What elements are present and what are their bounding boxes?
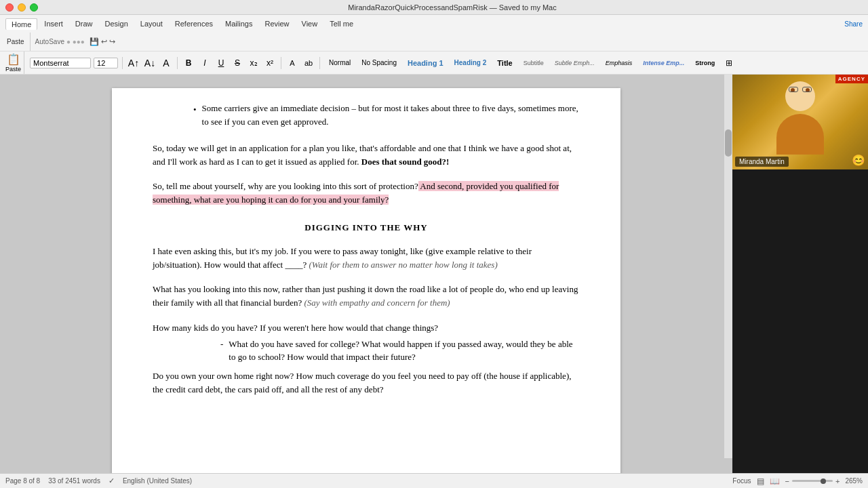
- redo-icon[interactable]: ↪: [109, 37, 115, 46]
- tab-design[interactable]: Design: [100, 18, 134, 29]
- paragraph-2-normal: So, tell me about yourself, why are you …: [153, 181, 418, 191]
- font-name-input[interactable]: [30, 58, 91, 68]
- tab-home[interactable]: Home: [5, 18, 37, 30]
- paste-button[interactable]: Paste: [4, 37, 27, 46]
- paragraph-3: I hate even asking this, but it's my job…: [153, 245, 580, 272]
- style-no-spacing[interactable]: No Spacing: [357, 57, 401, 68]
- paragraph-2: So, tell me about yourself, why are you …: [153, 180, 580, 207]
- tab-tell-me[interactable]: Tell me: [324, 18, 359, 29]
- style-subtle-emph[interactable]: Subtle Emph...: [550, 58, 599, 68]
- styles-expand-button[interactable]: ⊞: [722, 56, 736, 70]
- zoom-level: 265%: [845, 477, 863, 485]
- bullet-section: • Some carriers give an immediate decisi…: [153, 102, 580, 128]
- separator-3: [281, 57, 281, 69]
- subscript-button[interactable]: x₂: [247, 56, 260, 70]
- sub-bullet-dash: -: [220, 338, 223, 364]
- maximize-button[interactable]: [30, 3, 38, 12]
- word-count: 33 of 2451 words: [48, 477, 100, 485]
- autosave-area: AutoSave ● ●●●: [35, 38, 85, 45]
- undo-icon[interactable]: ↩: [101, 37, 107, 46]
- bullet-marker: •: [193, 103, 197, 128]
- autosave-toggle[interactable]: ● ●●●: [66, 38, 85, 45]
- superscript-button[interactable]: x²: [263, 56, 277, 70]
- person-body: [776, 114, 824, 155]
- page-info: Page 8 of 8: [5, 477, 40, 485]
- style-heading1[interactable]: Heading 1: [403, 57, 448, 69]
- video-background: [732, 169, 868, 473]
- scroll-thumb[interactable]: [725, 129, 732, 157]
- style-gallery: Normal No Spacing Heading 1 Heading 2 Ti…: [324, 56, 863, 70]
- document-page: • Some carriers give an immediate decisi…: [112, 88, 620, 473]
- status-right: Focus ▤ 📖 − + 265%: [732, 476, 863, 486]
- paragraph-1-bold: Does that sound good?!: [361, 157, 450, 167]
- separator-1: [122, 57, 123, 69]
- style-title[interactable]: Title: [492, 57, 517, 69]
- tab-view[interactable]: View: [296, 18, 323, 29]
- window-title: MirandaRazorQuickProcessandSpamRisk — Sa…: [42, 3, 863, 12]
- style-subtitle[interactable]: Subtitle: [519, 58, 549, 68]
- bold-button[interactable]: B: [182, 56, 195, 70]
- underline-button[interactable]: U: [214, 56, 228, 70]
- italic-button[interactable]: I: [198, 56, 212, 70]
- ribbon-tabs: Home Insert Draw Design Layout Reference…: [0, 15, 868, 33]
- separator-4: [319, 57, 320, 69]
- zoom-in-icon[interactable]: +: [835, 477, 840, 485]
- paragraph-5-text: How many kids do you have? If you weren'…: [153, 323, 438, 333]
- autosave-label: AutoSave: [35, 38, 64, 45]
- sub-bullet-text: What do you have saved for college? What…: [229, 338, 580, 364]
- tab-layout[interactable]: Layout: [135, 18, 168, 29]
- layout-view-icon[interactable]: ▤: [757, 476, 764, 486]
- minimize-button[interactable]: [18, 3, 26, 12]
- font-color-button[interactable]: A: [285, 56, 299, 70]
- center-heading: DIGGING INTO THE WHY: [153, 221, 580, 235]
- paste-big-button[interactable]: 📋 Paste: [5, 53, 21, 73]
- paragraph-4-note: (Say with empathy and concern for them): [302, 298, 450, 308]
- tab-draw[interactable]: Draw: [70, 18, 98, 29]
- style-normal[interactable]: Normal: [324, 57, 355, 68]
- clipboard-section: 📋 Paste: [5, 52, 24, 74]
- highlight-button[interactable]: ab: [302, 56, 315, 70]
- separator-2: [177, 57, 178, 69]
- paragraph-3-note: (Wait for them to answer no matter how l…: [307, 260, 498, 270]
- increase-font-button[interactable]: A↑: [127, 56, 140, 70]
- strikethrough-button[interactable]: S: [231, 56, 244, 70]
- title-bar: MirandaRazorQuickProcessandSpamRisk — Sa…: [0, 0, 868, 15]
- paragraph-6: Do you own your own home right now? How …: [153, 369, 580, 396]
- document-area: • Some carriers give an immediate decisi…: [0, 75, 732, 473]
- style-heading2[interactable]: Heading 2: [450, 57, 492, 68]
- clear-format-button[interactable]: A: [159, 56, 173, 70]
- share-button[interactable]: Share: [844, 20, 863, 28]
- zoom-control[interactable]: − + 265%: [785, 477, 863, 485]
- sub-bullet: - What do you have saved for college? Wh…: [220, 338, 580, 364]
- paragraph-5: How many kids do you have? If you weren'…: [153, 321, 580, 335]
- tab-references[interactable]: References: [170, 18, 218, 29]
- language-label[interactable]: English (United States): [123, 477, 192, 485]
- tab-mailings[interactable]: Mailings: [220, 18, 258, 29]
- paragraph-4: What has you looking into this now, rath…: [153, 283, 580, 310]
- decrease-font-button[interactable]: A↓: [143, 56, 157, 70]
- close-button[interactable]: [5, 3, 14, 12]
- video-emoji: 😊: [852, 154, 865, 167]
- style-intense-emph[interactable]: Intense Emp...: [638, 58, 689, 68]
- quick-access-toolbar: 💾 ↩ ↪: [90, 37, 115, 46]
- bullet-item-1: • Some carriers give an immediate decisi…: [193, 102, 580, 128]
- font-size-input[interactable]: [94, 58, 118, 68]
- person-head: [785, 81, 815, 111]
- focus-button[interactable]: Focus: [732, 477, 751, 485]
- zoom-slider[interactable]: [792, 480, 833, 482]
- person-figure: [773, 81, 827, 163]
- style-strong[interactable]: Strong: [690, 58, 719, 68]
- video-person-name: Miranda Martin: [735, 157, 789, 167]
- tab-insert[interactable]: Insert: [39, 18, 68, 29]
- read-view-icon[interactable]: 📖: [770, 476, 780, 486]
- tab-review[interactable]: Review: [259, 18, 294, 29]
- paste-section: Paste: [4, 33, 31, 51]
- style-emphasis[interactable]: Emphasis: [601, 58, 637, 68]
- save-icon[interactable]: 💾: [90, 37, 99, 46]
- formatting-bar: 📋 Paste A↑ A↓ A B I U S x₂ x² A ab Norma…: [0, 52, 868, 75]
- zoom-out-icon[interactable]: −: [785, 477, 789, 485]
- document-scrollbar[interactable]: [724, 75, 732, 458]
- status-bar: Page 8 of 8 33 of 2451 words ✓ English (…: [0, 473, 868, 488]
- paragraph-1: So, today we will get in an application …: [153, 142, 580, 169]
- main-area: • Some carriers give an immediate decisi…: [0, 75, 868, 473]
